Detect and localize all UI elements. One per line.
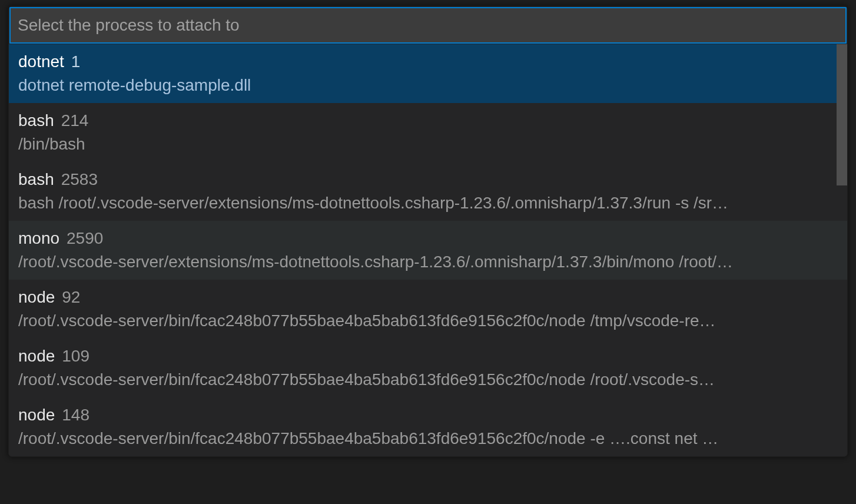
scrollbar[interactable] xyxy=(837,44,847,456)
process-list-item[interactable]: mono2590/root/.vscode-server/extensions/… xyxy=(9,221,847,280)
scrollbar-thumb[interactable] xyxy=(837,44,847,185)
process-list-item[interactable]: dotnet1dotnet remote-debug-sample.dll xyxy=(9,44,847,103)
process-title-row: node109 xyxy=(18,347,838,366)
process-pid: 2590 xyxy=(67,229,103,248)
process-title-row: dotnet1 xyxy=(18,52,838,71)
process-pid: 1 xyxy=(71,52,81,71)
process-command: dotnet remote-debug-sample.dll xyxy=(18,76,838,95)
process-title-row: node92 xyxy=(18,288,838,307)
process-list-item[interactable]: node148/root/.vscode-server/bin/fcac248b… xyxy=(9,397,847,456)
process-title-row: mono2590 xyxy=(18,229,838,248)
process-title-row: node148 xyxy=(18,406,838,425)
process-name: bash xyxy=(18,111,54,130)
process-list-container: dotnet1dotnet remote-debug-sample.dllbas… xyxy=(9,44,847,456)
search-input[interactable] xyxy=(18,16,838,35)
process-list[interactable]: dotnet1dotnet remote-debug-sample.dllbas… xyxy=(9,44,847,456)
process-name: dotnet xyxy=(18,52,64,71)
process-list-item[interactable]: node109/root/.vscode-server/bin/fcac248b… xyxy=(9,339,847,397)
process-command: /root/.vscode-server/bin/fcac248b077b55b… xyxy=(18,429,838,448)
search-input-box[interactable] xyxy=(9,7,847,44)
process-name: node xyxy=(18,288,55,307)
process-list-item[interactable]: node92/root/.vscode-server/bin/fcac248b0… xyxy=(9,280,847,339)
process-pid: 2583 xyxy=(61,170,98,189)
process-title-row: bash214 xyxy=(18,111,838,130)
process-command: /root/.vscode-server/bin/fcac248b077b55b… xyxy=(18,311,838,330)
process-picker: dotnet1dotnet remote-debug-sample.dllbas… xyxy=(8,6,848,457)
process-command: /root/.vscode-server/extensions/ms-dotne… xyxy=(18,253,838,271)
process-command: /bin/bash xyxy=(18,135,838,154)
process-list-item[interactable]: bash214/bin/bash xyxy=(9,103,847,162)
process-command: /root/.vscode-server/bin/fcac248b077b55b… xyxy=(18,370,838,389)
process-pid: 92 xyxy=(62,288,80,307)
process-name: node xyxy=(18,347,55,366)
process-name: mono xyxy=(18,229,59,248)
process-pid: 214 xyxy=(61,111,89,130)
process-command: bash /root/.vscode-server/extensions/ms-… xyxy=(18,194,838,213)
process-pid: 109 xyxy=(62,347,89,366)
process-name: bash xyxy=(18,170,54,189)
process-name: node xyxy=(18,406,55,425)
process-list-item[interactable]: bash2583bash /root/.vscode-server/extens… xyxy=(9,162,847,221)
process-pid: 148 xyxy=(62,406,89,425)
search-input-wrapper xyxy=(9,6,847,44)
process-title-row: bash2583 xyxy=(18,170,838,189)
